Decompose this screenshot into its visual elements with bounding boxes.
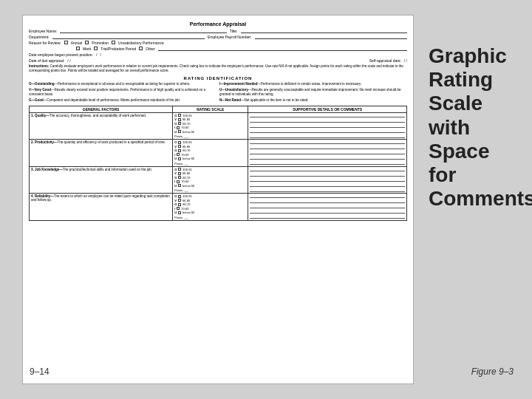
rating-checkbox[interactable]: [178, 118, 181, 121]
comment-line: [250, 151, 405, 154]
rating-checkbox[interactable]: [178, 122, 181, 125]
rating-cell-3: O100-95V90-80G80-70I70-60Ubelow 60Points…: [173, 166, 248, 194]
rating-checkbox[interactable]: [178, 168, 181, 171]
form-row-dept: Department: Employee Payroll Number:: [29, 35, 407, 39]
rating-col-right: I—Improvement Needed—Performance is defi…: [219, 82, 407, 103]
payroll-field: [255, 35, 408, 39]
rating-checkbox[interactable]: [178, 184, 181, 187]
figure-label: Figure 9–3: [471, 366, 514, 377]
right-line4: Space for: [429, 140, 517, 187]
rating-cell-4: O100-95V90-80G80-70I70-60Ubelow 60Points…: [173, 194, 248, 221]
comment-line: [250, 178, 405, 182]
rating-scale-row: V90-80: [174, 199, 246, 202]
document-area: Performance Appraisal Employee Name: Tit…: [22, 15, 414, 384]
last-appraisal-slash: / /: [67, 58, 70, 63]
rating-scale-row: O100-95: [174, 194, 246, 198]
rating-checkbox[interactable]: [177, 153, 180, 156]
comment-line: [250, 119, 405, 123]
section-header: RATING IDENTIFICATION: [29, 76, 407, 81]
comment-line: [250, 200, 405, 203]
rating-scale-row: G80-70: [174, 149, 246, 152]
comments-cell-1: [248, 112, 407, 140]
comment-line: [250, 124, 405, 128]
comment-line: [250, 156, 405, 160]
instructions-label: Instructions:: [29, 64, 49, 68]
rating-checkbox[interactable]: [178, 195, 181, 198]
comment-line: [250, 140, 405, 144]
reason-row2: Merit Trial/Probation Period Other: [29, 47, 407, 51]
rating-i: I—Improvement Needed—Performance is defi…: [219, 82, 407, 86]
col-header-rating: RATING SCALE: [173, 106, 248, 112]
rating-checkbox[interactable]: [177, 207, 180, 210]
dept-field: [52, 35, 205, 39]
rating-scale-row: V90-80: [174, 171, 246, 175]
rating-scale-row: I70-60: [174, 180, 246, 183]
rating-scale-row: V90-80: [174, 117, 246, 121]
other-label: Other: [146, 47, 155, 51]
rating-checkbox[interactable]: [178, 172, 181, 175]
points-box: Points ___: [174, 188, 246, 192]
rating-checkbox[interactable]: [178, 176, 181, 179]
rating-cell-1: O100-95V90-80G80-70I70-60Ubelow 60Points…: [173, 112, 248, 140]
comment-line: [250, 173, 405, 177]
rating-checkbox[interactable]: [178, 149, 181, 152]
self-appraisal-slash: / /: [404, 58, 407, 63]
rating-checkbox[interactable]: [178, 199, 181, 202]
comment-line: [250, 161, 405, 165]
table-row: 2. Productivity—The quantity and efficie…: [30, 140, 407, 167]
rating-checkbox[interactable]: [178, 211, 181, 214]
other-checkbox[interactable]: [139, 47, 143, 50]
employee-name-field: [60, 29, 227, 33]
rating-checkbox[interactable]: [178, 203, 181, 206]
rating-checkbox[interactable]: [178, 157, 181, 160]
factor-cell-3: 3. Job Knowledge—The practical/technical…: [30, 166, 173, 194]
other-field: [158, 47, 407, 51]
right-line2: Rating: [429, 68, 493, 92]
rating-id-section: O—Outstanding—Performance is exceptional…: [29, 82, 407, 103]
rating-o: O—Outstanding—Performance is exceptional…: [29, 82, 216, 86]
rating-checkbox[interactable]: [177, 180, 180, 183]
trial-checkbox[interactable]: [94, 47, 98, 50]
col-header-factors: GENERAL FACTORS: [30, 106, 173, 112]
date-began-slash2: /: [100, 52, 100, 57]
annual-label: Annual: [71, 41, 83, 45]
instructions-text: Carefully evaluate employee's work perfo…: [29, 64, 403, 72]
promotion-label: Promotion: [92, 41, 109, 45]
page-number: 9–14: [30, 366, 50, 377]
form-row-name-title: Employee Name: Title:: [29, 29, 407, 33]
instructions: Instructions: Carefully evaluate employe…: [29, 64, 407, 74]
comment-line: [250, 129, 405, 133]
title-field: [241, 29, 408, 33]
rating-checkbox[interactable]: [178, 145, 181, 148]
right-text-panel: Graphic Rating Scale with Space for Comm…: [429, 44, 517, 211]
factor-cell-4: 4. Reliability—The extent to which an em…: [30, 194, 173, 221]
annual-checkbox[interactable]: [64, 41, 68, 44]
dept-label: Department:: [29, 35, 50, 39]
comment-line: [250, 205, 405, 208]
payroll-label: Employee Payroll Number:: [208, 35, 251, 39]
rating-col-left: O—Outstanding—Performance is exceptional…: [29, 82, 216, 103]
rating-scale-row: O100-95: [174, 168, 246, 171]
table-row: 3. Job Knowledge—The practical/technical…: [30, 166, 407, 194]
comment-line: [250, 114, 405, 117]
comment-line: [250, 194, 405, 198]
merit-checkbox[interactable]: [76, 47, 80, 50]
comment-line: [250, 134, 405, 138]
rating-checkbox[interactable]: [177, 126, 180, 129]
right-line5: Comments: [429, 187, 532, 211]
date-row1: Date employee began present position: / …: [29, 52, 407, 57]
performance-table: GENERAL FACTORS RATING SCALE SUPPORTIVE …: [29, 106, 407, 221]
unsatisfactory-checkbox[interactable]: [112, 41, 115, 44]
rating-n: N—Not Rated—Not applicable or the item i…: [219, 98, 407, 103]
unsatisfactory-label: Unsatisfactory Performance: [118, 41, 164, 45]
comments-cell-3: [248, 166, 407, 194]
comments-cell-4: [248, 194, 407, 221]
rating-checkbox[interactable]: [178, 130, 181, 133]
right-line1: Graphic: [429, 44, 507, 68]
points-box: Points ___: [174, 134, 246, 138]
promotion-checkbox[interactable]: [85, 41, 89, 44]
rating-v: V—Very Good—Results clearly exceed most …: [29, 88, 216, 98]
rating-checkbox[interactable]: [178, 141, 181, 144]
reason-row: Reason for Review: Annual Promotion Unsa…: [29, 41, 407, 45]
rating-checkbox[interactable]: [178, 114, 181, 117]
